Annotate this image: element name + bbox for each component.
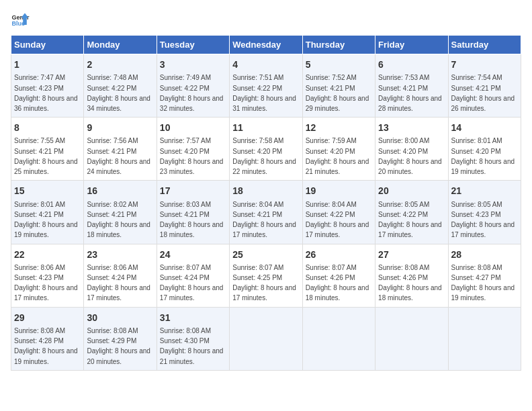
day-cell: 24Sunrise: 8:07 AMSunset: 4:24 PMDayligh…	[157, 244, 229, 307]
header-cell-thursday: Thursday	[302, 36, 375, 54]
week-row-5: 29Sunrise: 8:08 AMSunset: 4:28 PMDayligh…	[11, 307, 521, 370]
day-number: 23	[87, 248, 153, 261]
day-number: 14	[451, 121, 518, 134]
day-number: 22	[14, 248, 81, 261]
day-info: Sunrise: 8:05 AMSunset: 4:23 PMDaylight:…	[451, 201, 515, 239]
day-info: Sunrise: 8:06 AMSunset: 4:23 PMDaylight:…	[14, 264, 78, 302]
day-number: 8	[14, 121, 81, 134]
day-cell: 20Sunrise: 8:05 AMSunset: 4:22 PMDayligh…	[375, 181, 448, 244]
day-info: Sunrise: 7:56 AMSunset: 4:21 PMDaylight:…	[87, 137, 150, 175]
day-cell: 14Sunrise: 8:01 AMSunset: 4:20 PMDayligh…	[448, 118, 521, 181]
day-number: 9	[87, 121, 153, 134]
day-info: Sunrise: 8:02 AMSunset: 4:21 PMDaylight:…	[87, 201, 150, 239]
week-row-2: 8Sunrise: 7:55 AMSunset: 4:21 PMDaylight…	[11, 118, 521, 181]
header: General Blue	[11, 11, 521, 30]
day-cell: 9Sunrise: 7:56 AMSunset: 4:21 PMDaylight…	[84, 118, 157, 181]
day-info: Sunrise: 8:08 AMSunset: 4:28 PMDaylight:…	[14, 327, 78, 365]
day-number: 13	[378, 121, 445, 134]
day-number: 17	[160, 184, 226, 197]
day-number: 26	[306, 248, 372, 261]
week-row-4: 22Sunrise: 8:06 AMSunset: 4:23 PMDayligh…	[11, 244, 521, 307]
day-info: Sunrise: 7:48 AMSunset: 4:22 PMDaylight:…	[87, 74, 150, 112]
day-info: Sunrise: 8:05 AMSunset: 4:22 PMDaylight:…	[378, 201, 442, 239]
day-cell: 8Sunrise: 7:55 AMSunset: 4:21 PMDaylight…	[11, 118, 84, 181]
day-cell	[230, 307, 302, 370]
day-number: 28	[451, 248, 518, 261]
day-number: 21	[451, 184, 518, 197]
day-cell: 27Sunrise: 8:08 AMSunset: 4:26 PMDayligh…	[375, 244, 448, 307]
day-info: Sunrise: 8:01 AMSunset: 4:20 PMDaylight:…	[451, 137, 515, 175]
day-info: Sunrise: 7:52 AMSunset: 4:21 PMDaylight:…	[306, 74, 369, 112]
header-cell-friday: Friday	[375, 36, 448, 54]
header-cell-monday: Monday	[84, 36, 157, 54]
day-number: 29	[14, 311, 81, 324]
calendar-table: SundayMondayTuesdayWednesdayThursdayFrid…	[11, 35, 521, 371]
day-number: 3	[160, 58, 226, 71]
day-cell: 31Sunrise: 8:08 AMSunset: 4:30 PMDayligh…	[157, 307, 229, 370]
day-number: 7	[451, 58, 518, 71]
day-number: 20	[378, 184, 445, 197]
day-info: Sunrise: 7:51 AMSunset: 4:22 PMDaylight:…	[232, 74, 296, 112]
day-number: 31	[160, 311, 226, 324]
day-cell: 10Sunrise: 7:57 AMSunset: 4:20 PMDayligh…	[157, 118, 229, 181]
day-number: 16	[87, 184, 153, 197]
day-info: Sunrise: 8:08 AMSunset: 4:29 PMDaylight:…	[87, 327, 150, 365]
day-cell: 17Sunrise: 8:03 AMSunset: 4:21 PMDayligh…	[157, 181, 229, 244]
day-info: Sunrise: 8:07 AMSunset: 4:25 PMDaylight:…	[232, 264, 296, 302]
svg-text:Blue: Blue	[11, 20, 25, 27]
week-row-1: 1Sunrise: 7:47 AMSunset: 4:23 PMDaylight…	[11, 54, 521, 118]
day-number: 27	[378, 248, 445, 261]
day-cell: 22Sunrise: 8:06 AMSunset: 4:23 PMDayligh…	[11, 244, 84, 307]
day-cell: 11Sunrise: 7:58 AMSunset: 4:20 PMDayligh…	[230, 118, 302, 181]
week-row-3: 15Sunrise: 8:01 AMSunset: 4:21 PMDayligh…	[11, 181, 521, 244]
day-cell: 15Sunrise: 8:01 AMSunset: 4:21 PMDayligh…	[11, 181, 84, 244]
day-cell: 12Sunrise: 7:59 AMSunset: 4:20 PMDayligh…	[302, 118, 375, 181]
header-cell-wednesday: Wednesday	[230, 36, 302, 54]
day-number: 5	[306, 58, 372, 71]
day-info: Sunrise: 7:58 AMSunset: 4:20 PMDaylight:…	[232, 137, 296, 175]
day-cell: 19Sunrise: 8:04 AMSunset: 4:22 PMDayligh…	[302, 181, 375, 244]
calendar-body: 1Sunrise: 7:47 AMSunset: 4:23 PMDaylight…	[11, 54, 521, 371]
day-cell: 29Sunrise: 8:08 AMSunset: 4:28 PMDayligh…	[11, 307, 84, 370]
header-cell-sunday: Sunday	[11, 36, 84, 54]
day-info: Sunrise: 8:04 AMSunset: 4:22 PMDaylight:…	[306, 201, 369, 239]
day-info: Sunrise: 7:55 AMSunset: 4:21 PMDaylight:…	[14, 137, 78, 175]
day-cell	[302, 307, 375, 370]
day-number: 24	[160, 248, 226, 261]
day-info: Sunrise: 7:54 AMSunset: 4:21 PMDaylight:…	[451, 74, 515, 112]
day-cell: 30Sunrise: 8:08 AMSunset: 4:29 PMDayligh…	[84, 307, 157, 370]
day-cell: 28Sunrise: 8:08 AMSunset: 4:27 PMDayligh…	[448, 244, 521, 307]
day-cell: 2Sunrise: 7:48 AMSunset: 4:22 PMDaylight…	[84, 54, 157, 118]
day-number: 10	[160, 121, 226, 134]
logo: General Blue	[11, 11, 30, 30]
day-cell: 1Sunrise: 7:47 AMSunset: 4:23 PMDaylight…	[11, 54, 84, 118]
day-info: Sunrise: 7:59 AMSunset: 4:20 PMDaylight:…	[306, 137, 369, 175]
day-info: Sunrise: 8:08 AMSunset: 4:30 PMDaylight:…	[160, 327, 224, 365]
day-info: Sunrise: 7:49 AMSunset: 4:22 PMDaylight:…	[160, 74, 224, 112]
calendar-header-row: SundayMondayTuesdayWednesdayThursdayFrid…	[11, 36, 521, 54]
day-cell: 26Sunrise: 8:07 AMSunset: 4:26 PMDayligh…	[302, 244, 375, 307]
day-cell: 6Sunrise: 7:53 AMSunset: 4:21 PMDaylight…	[375, 54, 448, 118]
day-number: 15	[14, 184, 81, 197]
day-number: 12	[306, 121, 372, 134]
day-cell: 25Sunrise: 8:07 AMSunset: 4:25 PMDayligh…	[230, 244, 302, 307]
day-cell	[448, 307, 521, 370]
day-cell: 5Sunrise: 7:52 AMSunset: 4:21 PMDaylight…	[302, 54, 375, 118]
day-cell: 7Sunrise: 7:54 AMSunset: 4:21 PMDaylight…	[448, 54, 521, 118]
day-cell	[375, 307, 448, 370]
day-number: 6	[378, 58, 445, 71]
day-info: Sunrise: 8:01 AMSunset: 4:21 PMDaylight:…	[14, 201, 78, 239]
day-cell: 4Sunrise: 7:51 AMSunset: 4:22 PMDaylight…	[230, 54, 302, 118]
day-cell: 18Sunrise: 8:04 AMSunset: 4:21 PMDayligh…	[230, 181, 302, 244]
day-number: 25	[232, 248, 299, 261]
day-info: Sunrise: 8:00 AMSunset: 4:20 PMDaylight:…	[378, 137, 442, 175]
day-number: 18	[232, 184, 299, 197]
day-number: 4	[232, 58, 299, 71]
day-number: 11	[232, 121, 299, 134]
header-cell-saturday: Saturday	[448, 36, 521, 54]
day-info: Sunrise: 8:07 AMSunset: 4:26 PMDaylight:…	[306, 264, 369, 302]
day-info: Sunrise: 8:08 AMSunset: 4:26 PMDaylight:…	[378, 264, 442, 302]
day-number: 2	[87, 58, 153, 71]
day-info: Sunrise: 8:04 AMSunset: 4:21 PMDaylight:…	[232, 201, 296, 239]
day-cell: 21Sunrise: 8:05 AMSunset: 4:23 PMDayligh…	[448, 181, 521, 244]
